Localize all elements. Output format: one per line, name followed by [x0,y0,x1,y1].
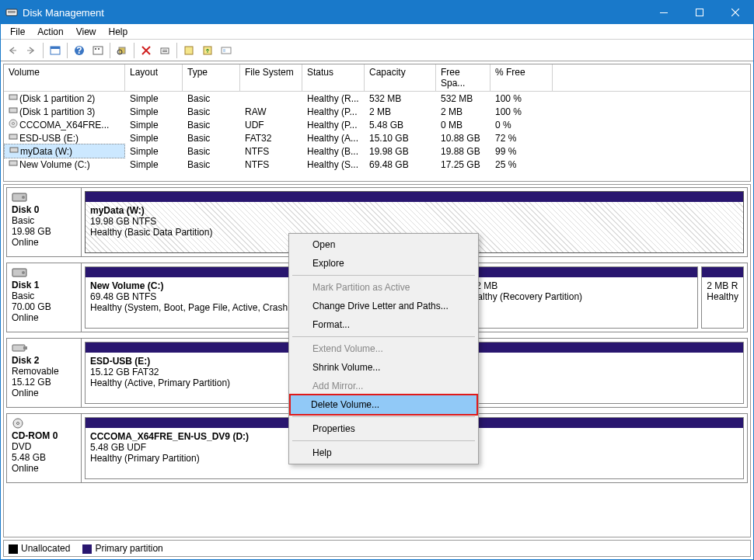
context-menu-item[interactable]: Delete Volume... [289,394,478,416]
disk-label[interactable]: Disk 2Removable15.12 GBOnline [7,339,82,407]
menu-separator [292,336,475,337]
context-menu-item: Mark Partition as Active [291,278,476,297]
context-menu: OpenExploreMark Partition as ActiveChang… [288,233,479,464]
disk-icon [12,192,27,203]
menu-file[interactable]: File [4,25,31,39]
action3-icon[interactable] [218,42,235,59]
volume-status: Healthy (P... [302,106,365,118]
disk-label[interactable]: CD-ROM 0DVD5.48 GBOnline [7,414,82,482]
volume-name: ESD-USB (E:) [19,133,79,144]
col-free[interactable]: Free Spa... [436,64,490,91]
app-icon [5,6,18,19]
disk-type: Basic [12,215,76,226]
menu-action[interactable]: Action [31,25,69,39]
volume-row[interactable]: CCCOMA_X64FRE...SimpleBasicUDFHealthy (P… [4,118,750,131]
col-type[interactable]: Type [183,64,240,91]
forward-button[interactable] [23,42,40,59]
volume-status: Healthy (P... [302,119,365,131]
volume-icon [9,92,19,102]
volume-row[interactable]: New Volume (C:)SimpleBasicNTFSHealthy (S… [4,158,750,171]
col-fs[interactable]: File System [240,64,302,91]
context-menu-item[interactable]: Properties [291,419,476,438]
menu-view[interactable]: View [70,25,103,39]
volume-capacity: 5.48 GB [365,119,436,131]
svg-rect-19 [222,47,231,54]
partition-size: 69.48 GB NTFS [90,291,156,302]
volume-layout: Simple [125,158,183,171]
disk-icon [12,418,27,429]
volume-list: Volume Layout Type File System Status Ca… [3,64,751,182]
partition-size: 2 MB R [707,280,738,291]
volume-type: Basic [183,158,240,171]
menu-help[interactable]: Help [103,25,134,39]
context-menu-item[interactable]: Explore [291,254,476,273]
settings-button[interactable] [89,42,106,59]
svg-text:?: ? [76,45,82,56]
partition-stripe [86,192,743,202]
context-menu-item[interactable]: Change Drive Letter and Paths... [291,297,476,315]
svg-rect-32 [12,345,25,351]
partition-size: 19.98 GB NTFS [90,216,156,227]
disk-status: Online [12,237,76,248]
svg-rect-27 [9,161,17,165]
volume-fs: UDF [240,119,302,131]
titlebar: Disk Management [1,1,753,24]
back-button[interactable] [4,42,21,59]
maximize-button[interactable] [682,1,717,24]
volume-layout: Simple [125,119,183,131]
context-menu-item[interactable]: Shrink Volume... [291,358,476,377]
volume-row[interactable]: ESD-USB (E:)SimpleBasicFAT32Healthy (A..… [4,131,750,144]
volume-name: CCCOMA_X64FRE... [19,120,109,130]
partition-status: Healthy [707,291,738,302]
disk-label[interactable]: Disk 1Basic70.00 GBOnline [7,263,82,332]
context-menu-item[interactable]: Open [291,235,476,254]
disk-label[interactable]: Disk 0Basic19.98 GBOnline [7,188,82,256]
volume-name: myData (W:) [20,146,72,157]
partition-title: myData (W:) [90,205,145,216]
col-volume[interactable]: Volume [4,64,125,91]
svg-rect-14 [161,48,169,54]
disk-size: 70.00 GB [12,301,76,312]
partition-status: Healthy (Active, Primary Partition) [90,377,230,388]
action1-icon[interactable] [180,42,197,59]
volume-fs: NTFS [240,158,302,171]
volume-layout: Simple [125,145,183,158]
refresh-button[interactable] [113,42,131,59]
volume-free: 19.88 GB [436,145,490,158]
partition-size: 5.48 GB UDF [90,442,146,453]
volume-layout: Simple [125,92,183,105]
partition-stripe [461,267,697,277]
close-button[interactable] [717,1,753,24]
delete-icon[interactable] [138,42,155,59]
volume-icon [9,132,19,141]
disk-status: Online [12,388,76,398]
partition-size: 15.12 GB FAT32 [90,367,159,377]
action2-icon[interactable] [199,42,216,59]
volume-list-header: Volume Layout Type File System Status Ca… [4,64,750,92]
col-status[interactable]: Status [302,64,365,91]
help-button[interactable]: ? [71,42,88,59]
view-list-button[interactable] [47,42,64,59]
context-menu-item[interactable]: Format... [291,315,476,334]
volume-row[interactable]: myData (W:)SimpleBasicNTFSHealthy (B...1… [4,144,750,158]
minimize-button[interactable] [646,1,682,24]
volume-pct: 0 % [490,119,553,131]
col-capacity[interactable]: Capacity [365,64,436,91]
volume-status: Healthy (B... [302,145,365,158]
properties-icon[interactable] [156,42,173,59]
partition[interactable]: 2 MB RHealthy [701,266,744,329]
volume-fs: FAT32 [240,132,302,144]
partition[interactable]: 532 MBHealthy (Recovery Partition) [460,266,698,329]
volume-layout: Simple [125,106,183,118]
col-layout[interactable]: Layout [125,64,183,91]
volume-capacity: 19.98 GB [365,145,436,158]
partition-status: Healthy (Primary Partition) [90,453,200,464]
volume-fs: RAW [240,106,302,118]
context-menu-item[interactable]: Help [291,443,476,462]
volume-row[interactable]: (Disk 1 partition 3)SimpleBasicRAWHealth… [4,105,750,118]
svg-rect-2 [8,12,16,13]
partition-status: Healthy (Basic Data Partition) [90,227,212,238]
col-pct[interactable]: % Free [490,64,553,91]
volume-row[interactable]: (Disk 1 partition 2)SimpleBasicHealthy (… [4,92,750,105]
disk-icon [12,343,27,353]
